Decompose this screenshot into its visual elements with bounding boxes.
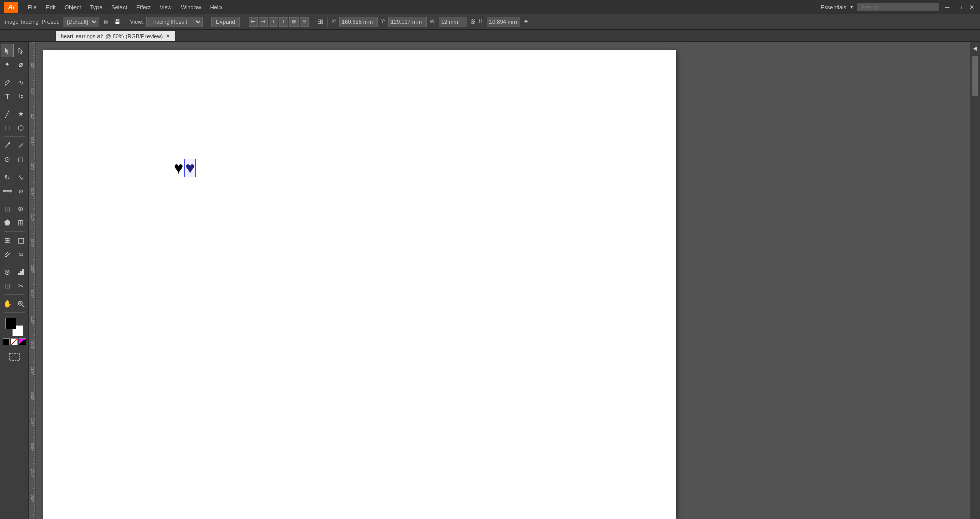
- align-left-icon[interactable]: ⊢: [249, 17, 258, 27]
- w-input[interactable]: [439, 17, 467, 27]
- menu-select[interactable]: Select: [107, 3, 131, 11]
- settings-icon[interactable]: ✦: [523, 18, 529, 26]
- symbol-graph-group: ⊛: [1, 265, 28, 279]
- rotate-tool[interactable]: ↻: [1, 170, 14, 184]
- rectangle-tool[interactable]: □: [1, 121, 14, 134]
- separator5: [4, 200, 24, 200]
- menu-file[interactable]: File: [23, 3, 41, 11]
- align-right-icon[interactable]: ⊤: [269, 17, 278, 27]
- align-bottom-icon[interactable]: ⊟: [300, 17, 309, 27]
- stroke-color-box[interactable]: [3, 338, 10, 345]
- foreground-color-box[interactable]: [5, 318, 16, 329]
- main-area: ✦ ⌀ ∿ T Tↄ ╱ ★ □ ⬡: [0, 42, 980, 519]
- shape-tool-group: □ ⬡: [1, 121, 28, 134]
- separator8: [4, 294, 24, 295]
- hand-tool[interactable]: ✋: [1, 297, 14, 310]
- perspective-grid-tool[interactable]: ⊞: [14, 216, 28, 229]
- x-input[interactable]: [339, 17, 378, 27]
- free-transform-tool[interactable]: ⊡: [1, 202, 14, 215]
- shape-builder-tool[interactable]: ⊕: [14, 202, 28, 215]
- width-tool[interactable]: ⟺: [1, 184, 14, 197]
- star-tool[interactable]: ★: [14, 107, 28, 120]
- symbol-sprayer-tool[interactable]: ⊛: [1, 265, 14, 279]
- workspace-arrow[interactable]: ▾: [850, 4, 853, 10]
- line-tool[interactable]: ╱: [1, 107, 14, 120]
- type-tool[interactable]: T: [1, 89, 14, 103]
- artboard: ♥ ♥: [43, 50, 676, 519]
- curvature-tool[interactable]: ∿: [14, 76, 28, 89]
- close-button[interactable]: ✕: [968, 3, 976, 11]
- separator6: [4, 231, 24, 232]
- artwork-content: ♥ ♥: [174, 160, 195, 176]
- menu-window[interactable]: Window: [177, 3, 205, 11]
- preset-options-icon[interactable]: ▤: [102, 18, 110, 26]
- h-input[interactable]: [487, 17, 520, 27]
- preset-save-icon[interactable]: 💾: [113, 18, 121, 26]
- direct-selection-tool[interactable]: [14, 44, 28, 57]
- eraser-tool[interactable]: ◻: [14, 153, 28, 166]
- paintbrush-tool[interactable]: [1, 139, 14, 152]
- shaper-tool[interactable]: ⬡: [14, 121, 28, 134]
- heart-left: ♥: [174, 160, 183, 176]
- panel-collapse-btn[interactable]: ◀: [971, 44, 979, 52]
- heart-right: ♥: [185, 160, 195, 176]
- separator: [4, 73, 24, 73]
- scale-tool[interactable]: ⤡: [14, 170, 28, 184]
- minimize-button[interactable]: ─: [943, 3, 951, 11]
- view-dropdown[interactable]: Tracing Result: [146, 17, 203, 27]
- menu-view[interactable]: View: [156, 3, 176, 11]
- link-proportions-icon[interactable]: ⛓: [470, 19, 476, 25]
- gradient-tool[interactable]: ◫: [14, 234, 28, 247]
- tab-close-button[interactable]: ✕: [166, 33, 170, 39]
- blob-brush-tool[interactable]: ⊙: [1, 153, 14, 166]
- free-transform-group: ⊡ ⊕: [1, 202, 28, 215]
- options-bar: Image Tracing Preset: [Default] ▤ 💾 View…: [0, 14, 980, 30]
- align-center-v-icon[interactable]: ⊞: [289, 17, 299, 27]
- y-input[interactable]: [388, 17, 427, 27]
- blend-tool[interactable]: ∞: [14, 248, 28, 261]
- align-top-icon[interactable]: ⊥: [279, 17, 288, 27]
- eyedropper-tool[interactable]: [1, 248, 14, 261]
- menu-help[interactable]: Help: [206, 3, 226, 11]
- menu-edit[interactable]: Edit: [42, 3, 60, 11]
- pencil-tool[interactable]: [14, 139, 28, 152]
- eyedropper-group: ∞: [1, 248, 28, 261]
- canvas-area: ♥ ♥: [29, 42, 970, 519]
- menu-effect[interactable]: Effect: [132, 3, 155, 11]
- maximize-button[interactable]: □: [955, 3, 964, 11]
- canvas-with-ruler: ♥ ♥: [29, 42, 970, 519]
- color-mini-boxes: [3, 338, 26, 345]
- titlebar-left: Ai File Edit Object Type Select Effect V…: [4, 2, 226, 13]
- selection-tool[interactable]: [1, 44, 14, 57]
- none-color-box[interactable]: [11, 338, 18, 345]
- lasso-tool[interactable]: ⌀: [14, 58, 28, 71]
- slice-tool[interactable]: ✂: [14, 279, 28, 292]
- search-input[interactable]: [857, 3, 939, 11]
- align-center-h-icon[interactable]: ⊣: [259, 17, 268, 27]
- vertical-ruler: [29, 42, 36, 519]
- paint-group: ⬟ ⊞: [1, 216, 28, 229]
- grid-icon[interactable]: ⊞: [317, 18, 323, 26]
- menu-object[interactable]: Object: [61, 3, 85, 11]
- canvas-container[interactable]: ♥ ♥: [36, 42, 970, 519]
- zoom-tool[interactable]: [14, 297, 28, 310]
- draw-inside-btn[interactable]: [5, 350, 23, 363]
- column-graph-tool[interactable]: [14, 265, 28, 279]
- gradient-box[interactable]: [19, 338, 26, 345]
- preset-dropdown[interactable]: [Default]: [63, 17, 99, 27]
- mesh-tool[interactable]: ⊞: [1, 234, 14, 247]
- svg-rect-11: [9, 353, 19, 360]
- align-icons: ⊢ ⊣ ⊤ ⊥ ⊞ ⊟: [249, 17, 309, 27]
- svg-rect-5: [20, 271, 22, 275]
- menu-type[interactable]: Type: [86, 3, 107, 11]
- artboard-tool[interactable]: ⊡: [1, 279, 14, 292]
- expand-button[interactable]: Expand: [211, 17, 239, 27]
- app-logo: Ai: [4, 2, 18, 13]
- document-tab[interactable]: heart-earrings.ai* @ 80% (RGB/Preview) ✕: [55, 30, 176, 41]
- right-scrollbar[interactable]: [972, 56, 978, 96]
- touch-type-tool[interactable]: Tↄ: [14, 89, 28, 103]
- magic-wand-tool[interactable]: ✦: [1, 58, 14, 71]
- warp-tool[interactable]: ⌀: [14, 184, 28, 197]
- pen-tool[interactable]: [1, 76, 14, 89]
- live-paint-bucket[interactable]: ⬟: [1, 216, 14, 229]
